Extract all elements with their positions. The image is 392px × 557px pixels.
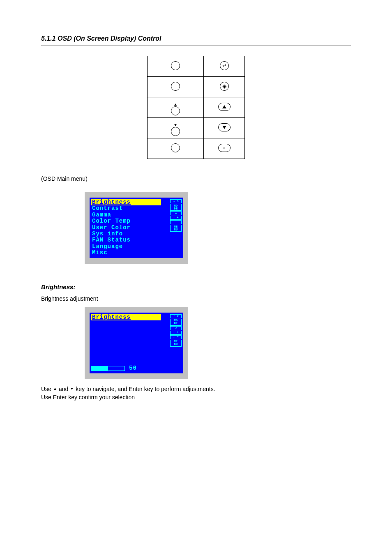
section-rule: [41, 46, 351, 46]
osd-legend-cell: → ⚙: [170, 199, 182, 203]
osd-menu-item: Language: [91, 244, 161, 250]
osd-legend-cell: → ⚙: [170, 314, 182, 318]
table-row: ○: [148, 138, 245, 159]
osd-legend-cell: ↓ −: [170, 220, 182, 224]
control-mapping-table: ↵ ◉: [147, 56, 245, 159]
osd-legend-cell: ↑ +: [170, 331, 182, 335]
front-button-down-icon: [171, 124, 180, 136]
brightness-intro: Brightness adjustment: [41, 295, 351, 302]
osd-legend-cell: MODE: [170, 204, 182, 211]
osd-brightness-screenshot: Brightness 50 → ⚙MODE↵↑ +↓ −MENU: [85, 307, 188, 379]
brightness-slider-track: [91, 366, 125, 371]
osd-menu-item: Gamma: [91, 212, 161, 218]
front-button-menu-icon: [171, 143, 180, 152]
table-row: [148, 97, 245, 118]
keypad-up-icon: [218, 103, 231, 111]
osd-main-screenshot: BrightnessContrastGammaColor TempUser Co…: [85, 192, 188, 264]
osd-legend-cell: ↵: [170, 326, 182, 330]
osd-legend-cell: MODE: [170, 319, 182, 326]
osd-legend-cell: ↓ −: [170, 335, 182, 339]
osd-menu-item: FAN Status: [91, 237, 161, 243]
keypad-enter-icon: ↵: [220, 61, 229, 70]
osd-legend: → ⚙MODE↵↑ +↓ −MENU: [164, 314, 182, 372]
brightness-value: 50: [129, 365, 137, 371]
keypad-down-icon: [218, 123, 231, 131]
osd-menu-item: User Color: [91, 225, 161, 231]
osd-menu-item: Sys info: [91, 231, 161, 237]
keypad-mode-icon: ◉: [220, 82, 229, 91]
osd-legend-cell: MENU: [170, 225, 182, 232]
osd-brightness-title: Brightness: [91, 314, 161, 320]
osd-legend-cell: MENU: [170, 340, 182, 347]
osd-menu-item: Misc: [91, 250, 161, 256]
osd-legend-cell: ↑ +: [170, 216, 182, 220]
keypad-menu-icon: ○: [218, 144, 231, 152]
osd-intro-label: (OSD Main menu): [41, 175, 351, 182]
table-row: ◉: [148, 77, 245, 97]
osd-menu-item: Color Temp: [91, 218, 161, 224]
brightness-heading: Brightness:: [41, 283, 351, 290]
section-heading: 5.1.1 OSD (On Screen Display) Control: [41, 35, 351, 42]
nav-instruction-line2: Use Enter key confirm your selection: [41, 394, 351, 400]
brightness-slider-fill: [92, 366, 108, 371]
up-arrow-icon: [54, 388, 56, 390]
front-button-enter-icon: [171, 61, 180, 70]
osd-legend-cell: ↵: [170, 211, 182, 215]
front-button-up-icon: [171, 104, 180, 115]
osd-menu-list: BrightnessContrastGammaColor TempUser Co…: [91, 199, 161, 256]
osd-legend: → ⚙MODE↵↑ +↓ −MENU: [164, 199, 182, 256]
osd-menu-item: Contrast: [91, 205, 161, 212]
table-row: ↵: [148, 56, 245, 77]
table-row: [148, 118, 245, 138]
brightness-slider-row: 50: [91, 365, 161, 371]
osd-menu-item: Brightness: [91, 199, 161, 205]
front-button-mode-icon: [171, 82, 180, 91]
nav-instruction-line1: Use and key to navigate, and Enter key t…: [41, 386, 351, 392]
down-arrow-icon: [71, 388, 73, 390]
